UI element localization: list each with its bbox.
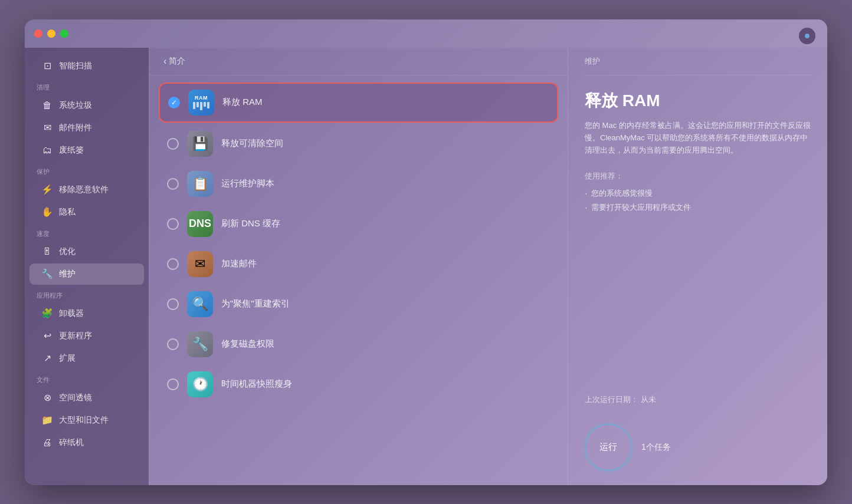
sidebar-item-smart-scan[interactable]: ⊡ 智能扫描 [30, 55, 144, 77]
sidebar-item-recycle[interactable]: 🗂 废纸篓 [30, 140, 144, 161]
sidebar-item-optimize[interactable]: 🎚 优化 [30, 241, 144, 262]
right-panel-header: 维护 [585, 48, 811, 75]
list-item-flush-dns[interactable]: DNS 刷新 DNS 缓存 [159, 205, 558, 243]
sidebar-item-shredder[interactable]: 🖨 碎纸机 [30, 432, 144, 453]
sidebar-label-system-trash: 系统垃圾 [59, 100, 92, 111]
last-run-info: 上次运行日期： 从未 [585, 394, 811, 405]
label-speed-mail: 加速邮件 [221, 258, 257, 269]
radio-spotlight[interactable] [167, 298, 179, 310]
ram-icon: RAM [188, 90, 214, 116]
bin-icon: 🗂 [41, 144, 53, 156]
sidebar-label-maintenance: 维护 [59, 269, 76, 279]
list-item-free-space[interactable]: 💾 释放可清除空间 [159, 125, 558, 163]
space-icon: ⊗ [41, 392, 53, 404]
extend-icon: ↗ [41, 353, 53, 364]
trash-icon: 🗑 [41, 100, 53, 111]
radio-disk-perm[interactable] [167, 338, 179, 350]
update-icon: ↩ [41, 330, 53, 342]
run-button[interactable]: 运行 [585, 424, 632, 471]
sidebar-label-updater: 更新程序 [59, 331, 92, 341]
center-header: ‹ 简介 [149, 48, 568, 75]
sidebar-label-optimize: 优化 [59, 246, 76, 257]
recommend-item-2: 需要打开较大应用程序或文件 [585, 200, 811, 215]
sidebar-section-protect: 保护 [25, 162, 149, 179]
spacer [585, 215, 811, 394]
label-free-ram: 释放 RAM [222, 97, 263, 108]
sidebar-item-space-lens[interactable]: ⊗ 空间透镜 [30, 387, 144, 409]
disk-icon: 🔧 [187, 331, 213, 357]
label-flush-dns: 刷新 DNS 缓存 [221, 218, 280, 229]
sidebar-label-space-lens: 空间透镜 [59, 393, 92, 403]
freespace-icon: 💾 [187, 131, 213, 157]
sidebar-section-speed: 速度 [25, 223, 149, 241]
app-window: ⊡ 智能扫描 清理 🗑 系统垃圾 ✉ 邮件附件 🗂 废纸篓 保护 ⚡ 移除恶意软… [25, 19, 827, 485]
traffic-lights [34, 29, 68, 38]
radio-timemachine[interactable] [167, 378, 179, 390]
sidebar-item-extensions[interactable]: ↗ 扩展 [30, 348, 144, 369]
center-panel: ‹ 简介 RAM [149, 48, 568, 485]
right-panel-title: 释放 RAM [585, 90, 811, 112]
list-item-disk-perm[interactable]: 🔧 修复磁盘权限 [159, 325, 558, 363]
label-disk-perm: 修复磁盘权限 [221, 338, 274, 350]
sidebar-item-privacy[interactable]: ✋ 隐私 [30, 202, 144, 223]
sidebar-item-mail-attachments[interactable]: ✉ 邮件附件 [30, 117, 144, 139]
radio-flush-dns[interactable] [167, 218, 179, 230]
sidebar-section-files: 文件 [25, 370, 149, 387]
mailspeed-icon: ✉ [187, 251, 213, 277]
center-list: RAM 释放 RAM 💾 释放可清除 [149, 75, 568, 485]
label-run-script: 运行维护脚本 [221, 178, 274, 189]
back-button[interactable]: ‹ 简介 [163, 56, 185, 67]
sidebar-section-clean: 清理 [25, 77, 149, 94]
sidebar-label-large-files: 大型和旧文件 [59, 415, 109, 426]
main-content: ⊡ 智能扫描 清理 🗑 系统垃圾 ✉ 邮件附件 🗂 废纸篓 保护 ⚡ 移除恶意软… [25, 48, 827, 485]
wrench-icon: 🔧 [41, 268, 53, 280]
sidebar-item-large-files[interactable]: 📁 大型和旧文件 [30, 410, 144, 431]
run-button-label: 运行 [599, 442, 617, 453]
recommend-item-1: 您的系统感觉很慢 [585, 186, 811, 200]
last-run-value: 从未 [641, 395, 656, 404]
sidebar-label-recycle: 废纸篓 [59, 145, 84, 156]
recommend-label: 使用推荐： [585, 171, 811, 182]
close-button[interactable] [34, 29, 42, 38]
list-item-speed-mail[interactable]: ✉ 加速邮件 [159, 245, 558, 283]
label-timemachine: 时间机器快照瘦身 [221, 378, 292, 390]
sidebar-item-malware[interactable]: ⚡ 移除恶意软件 [30, 179, 144, 200]
radio-free-ram[interactable] [168, 97, 180, 108]
task-count: 1个任务 [641, 442, 671, 453]
back-label: 简介 [169, 56, 185, 67]
sidebar-item-updater[interactable]: ↩ 更新程序 [30, 325, 144, 347]
radio-run-script[interactable] [167, 178, 179, 190]
list-item-run-script[interactable]: 📋 运行维护脚本 [159, 165, 558, 203]
radio-speed-mail[interactable] [167, 258, 179, 270]
sidebar-item-system-trash[interactable]: 🗑 系统垃圾 [30, 95, 144, 116]
title-bar [25, 19, 827, 48]
sidebar-label-smart-scan: 智能扫描 [59, 61, 92, 71]
sidebar-item-maintenance[interactable]: 🔧 维护 [30, 263, 144, 285]
bigfile-icon: 📁 [41, 414, 53, 426]
list-item-free-ram[interactable]: RAM 释放 RAM [159, 83, 558, 123]
list-item-spotlight[interactable]: 🔍 为"聚焦"重建索引 [159, 285, 558, 323]
sidebar-label-mail: 邮件附件 [59, 123, 92, 133]
last-run-label: 上次运行日期： [585, 395, 638, 404]
sidebar-label-extensions: 扩展 [59, 353, 76, 364]
shred-icon: 🖨 [41, 437, 53, 449]
label-spotlight: 为"聚焦"重建索引 [221, 298, 290, 309]
right-actions: 运行 1个任务 [585, 414, 811, 485]
right-panel: 维护 释放 RAM 您的 Mac 的内存经常被占满。这会让您的应用和打开的文件反… [568, 48, 827, 485]
spotlight-icon: 🔍 [187, 291, 213, 317]
timemachine-icon: 🕐 [187, 371, 213, 397]
recommend-list: 您的系统感觉很慢 需要打开较大应用程序或文件 [585, 186, 811, 215]
top-right-dot [799, 28, 815, 44]
privacy-icon: ✋ [41, 206, 53, 218]
sidebar-label-malware: 移除恶意软件 [59, 185, 109, 195]
sidebar-item-uninstaller[interactable]: 🧩 卸载器 [30, 303, 144, 324]
script-icon: 📋 [187, 171, 213, 197]
maximize-button[interactable] [60, 29, 68, 38]
list-item-timemachine[interactable]: 🕐 时间机器快照瘦身 [159, 365, 558, 403]
sidebar-label-uninstaller: 卸载器 [59, 308, 84, 319]
label-free-space: 释放可清除空间 [221, 138, 283, 149]
dns-icon: DNS [187, 211, 213, 237]
radio-free-space[interactable] [167, 138, 179, 150]
mail-icon: ✉ [41, 122, 53, 134]
minimize-button[interactable] [47, 29, 55, 38]
